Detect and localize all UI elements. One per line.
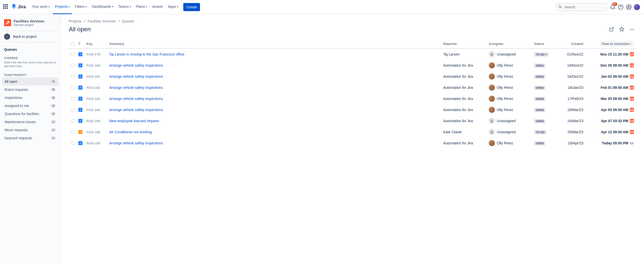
- assignee-avatar: [489, 85, 495, 91]
- col-key[interactable]: Key: [84, 39, 107, 48]
- row-checkbox[interactable]: [71, 130, 74, 134]
- breadcrumb-item[interactable]: Facilities Services: [87, 19, 116, 23]
- nav-item-apps[interactable]: Apps▾: [166, 0, 180, 14]
- row-checkbox[interactable]: [71, 52, 74, 56]
- more-icon[interactable]: [628, 25, 636, 33]
- app-switcher-icon[interactable]: [3, 4, 9, 10]
- svg-point-12: [491, 131, 493, 132]
- star-icon[interactable]: [618, 25, 626, 33]
- queue-item-event-requests[interactable]: Event requests0: [2, 86, 58, 94]
- reporter-name: Automation for Jira: [441, 104, 487, 115]
- table-row[interactable]: !FASI-186Air Conditioner not workingKate…: [69, 126, 636, 138]
- queue-item-move-requests[interactable]: Move requests1: [2, 126, 58, 134]
- breadcrumb-item[interactable]: Queues: [122, 19, 134, 23]
- row-checkbox[interactable]: [71, 108, 74, 112]
- issue-summary-link[interactable]: New employee keycard request: [109, 119, 159, 123]
- project-header[interactable]: Facilities Services Service project: [2, 18, 58, 31]
- table-row[interactable]: ✓FASI-182Arrange vehicle safety inspecti…: [69, 82, 636, 93]
- col-assignee[interactable]: Assignee: [487, 39, 532, 48]
- nav-item-dashboards[interactable]: Dashboards▾: [90, 0, 115, 14]
- issue-key[interactable]: FASI-182: [84, 82, 107, 93]
- row-checkbox[interactable]: [71, 86, 74, 89]
- table-row[interactable]: ✓FASI-190Arrange vehicle safety inspecti…: [69, 138, 636, 149]
- svg-line-5: [611, 28, 613, 30]
- issue-summary-link[interactable]: Arrange vehicle safety inspections: [109, 108, 163, 112]
- search-input[interactable]: [556, 3, 607, 11]
- status-badge[interactable]: OPEN: [534, 141, 545, 145]
- issue-key[interactable]: FASI-185: [84, 115, 107, 126]
- queues-header: Queues: [2, 45, 58, 54]
- queue-item-inspections[interactable]: Inspections0: [2, 94, 58, 102]
- help-icon[interactable]: [617, 3, 625, 11]
- col-created[interactable]: Created: [558, 39, 585, 48]
- queue-item-maintenance-issues[interactable]: Maintenance issues1: [2, 118, 58, 126]
- table-row[interactable]: ✓FASI-183Arrange vehicle safety inspecti…: [69, 93, 636, 104]
- create-button[interactable]: Create: [183, 3, 200, 11]
- issue-summary-link[interactable]: Arrange vehicle safety inspections: [109, 141, 163, 145]
- issue-summary-link[interactable]: Arrange vehicle safety inspections: [109, 74, 163, 78]
- row-checkbox[interactable]: [71, 97, 74, 100]
- queue-item-keycard-requests[interactable]: Keycard requests1: [2, 134, 58, 142]
- nav-item-teams[interactable]: Teams▾: [116, 0, 133, 14]
- issue-key[interactable]: FASI-180: [84, 60, 107, 71]
- col-status[interactable]: Status: [532, 39, 558, 48]
- queue-item-assigned-to-me[interactable]: Assigned to me0: [2, 102, 58, 110]
- nav-item-plans[interactable]: Plans▾: [134, 0, 149, 14]
- status-badge[interactable]: TO DO: [534, 130, 546, 134]
- table-row[interactable]: ✓FASI-181Arrange vehicle safety inspecti…: [69, 71, 636, 82]
- nav-item-projects[interactable]: Projects▾: [53, 0, 72, 14]
- wrench-icon: [4, 19, 11, 26]
- status-badge[interactable]: OPEN: [534, 97, 545, 101]
- back-to-project[interactable]: ← Back to project: [2, 31, 58, 42]
- status-badge[interactable]: OPEN: [534, 64, 545, 68]
- issue-key[interactable]: FASI-181: [84, 71, 107, 82]
- table-row[interactable]: ↗FASI-179Taj Larsen is moving to the San…: [69, 48, 636, 60]
- row-checkbox[interactable]: [71, 64, 74, 67]
- status-badge[interactable]: OPEN: [534, 75, 545, 79]
- issue-key[interactable]: FASI-184: [84, 104, 107, 115]
- nav-item-assets[interactable]: Assets: [150, 0, 165, 14]
- open-external-icon[interactable]: [608, 25, 616, 33]
- issue-summary-link[interactable]: Arrange vehicle safety inspections: [109, 63, 163, 67]
- col-reporter[interactable]: Reporter: [441, 39, 487, 48]
- task-type-icon: ✓: [78, 141, 82, 145]
- queue-item-label: Maintenance issues: [5, 120, 36, 124]
- issue-summary-link[interactable]: Arrange vehicle safety inspections: [109, 86, 163, 90]
- breadcrumb-item[interactable]: Projects: [69, 19, 82, 23]
- chevron-down-icon: ▾: [112, 5, 113, 8]
- col-summary[interactable]: Summary: [107, 39, 441, 48]
- select-all-checkbox[interactable]: [71, 42, 74, 46]
- jira-logo[interactable]: Jira: [11, 4, 26, 11]
- nav-item-your-work[interactable]: Your work▾: [30, 0, 52, 14]
- table-row[interactable]: ✓FASI-184Arrange vehicle safety inspecti…: [69, 104, 636, 115]
- issue-key[interactable]: FASI-186: [84, 126, 107, 138]
- notification-badge: 9+: [612, 3, 617, 6]
- nav-item-filters[interactable]: Filters▾: [73, 0, 89, 14]
- issue-summary-link[interactable]: Arrange vehicle safety inspections: [109, 97, 163, 101]
- issue-summary-link[interactable]: Taj Larsen is moving to the San Francisc…: [109, 52, 184, 56]
- queue-item-questions-for-facilities[interactable]: Questions for facilities0: [2, 110, 58, 118]
- issue-key[interactable]: FASI-190: [84, 138, 107, 149]
- col-sla[interactable]: Time to resolution ↑: [585, 39, 636, 48]
- assignee-name: Unassigned: [497, 52, 516, 56]
- issue-summary-link[interactable]: Air Conditioner not working: [109, 130, 152, 134]
- queue-item-all-open[interactable]: All open9: [2, 77, 58, 86]
- settings-icon[interactable]: [625, 3, 633, 11]
- row-checkbox[interactable]: [71, 119, 74, 123]
- status-badge[interactable]: OPEN: [534, 108, 545, 112]
- table-row[interactable]: ✓FASI-185New employee keycard requestAut…: [69, 115, 636, 126]
- issue-key[interactable]: FASI-179: [84, 48, 107, 60]
- queue-item-count: 0: [51, 96, 56, 99]
- profile-avatar[interactable]: [633, 3, 641, 11]
- row-checkbox[interactable]: [71, 141, 74, 145]
- row-checkbox[interactable]: [71, 75, 74, 78]
- notifications-icon[interactable]: 9+: [609, 3, 617, 11]
- nav-item-label: Projects: [55, 5, 68, 9]
- status-badge[interactable]: TO DO ▾: [534, 52, 548, 57]
- status-badge[interactable]: OPEN: [534, 86, 545, 90]
- status-badge[interactable]: OPEN: [534, 119, 545, 123]
- created-date: 19/Nov/22: [558, 60, 585, 71]
- issue-key[interactable]: FASI-183: [84, 93, 107, 104]
- col-type[interactable]: T: [76, 39, 84, 48]
- table-row[interactable]: ✓FASI-180Arrange vehicle safety inspecti…: [69, 60, 636, 71]
